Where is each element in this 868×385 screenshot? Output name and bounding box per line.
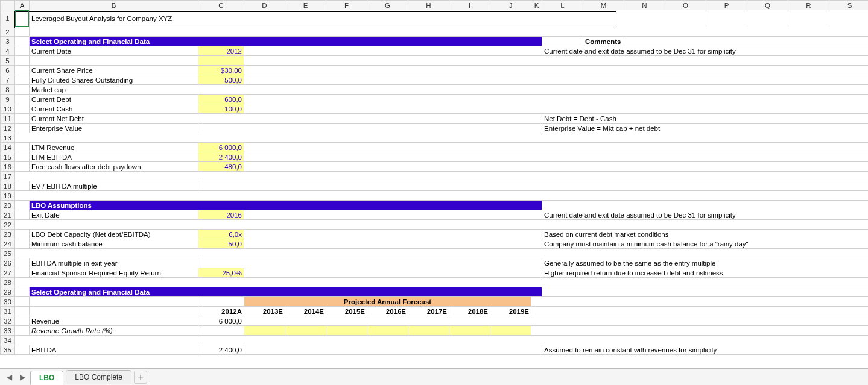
row-header-19[interactable]: 19 <box>1 191 15 201</box>
forecast-header[interactable]: Projected Annual Forecast <box>244 297 531 307</box>
col-header-I[interactable]: I <box>449 1 490 10</box>
col-header-J[interactable]: J <box>490 1 531 10</box>
comment-r26[interactable]: Generally assumed to be the same as the … <box>542 258 869 268</box>
col-header-H[interactable]: H <box>408 1 449 10</box>
row-header-23[interactable]: 23 <box>1 230 15 239</box>
row-header-12[interactable]: 12 <box>1 124 15 133</box>
col-header-M[interactable]: M <box>583 1 624 10</box>
col-header-N[interactable]: N <box>624 1 665 10</box>
value-ltm-ebitda[interactable]: 2 400,0 <box>198 152 244 162</box>
value-current-cash[interactable]: 100,0 <box>198 104 244 114</box>
row-header-34[interactable]: 34 <box>1 336 15 345</box>
row-header-31[interactable]: 31 <box>1 307 15 316</box>
row-header-5[interactable]: 5 <box>1 56 15 66</box>
row-header-25[interactable]: 25 <box>1 249 15 258</box>
label-sponsor-return[interactable]: Financial Sponsor Required Equity Return <box>30 268 198 278</box>
row-header-28[interactable]: 28 <box>1 278 15 287</box>
comment-r23[interactable]: Based on current debt market conditions <box>542 230 869 239</box>
select-all-corner[interactable] <box>1 1 15 10</box>
row-header-9[interactable]: 9 <box>1 95 15 104</box>
col-header-G[interactable]: G <box>367 1 408 10</box>
col-header-B[interactable]: B <box>30 1 198 10</box>
row-header-22[interactable]: 22 <box>1 220 15 230</box>
add-sheet-button[interactable]: + <box>134 371 147 384</box>
label-rev-growth[interactable]: Revenue Growth Rate (%) <box>30 326 198 336</box>
label-net-debt[interactable]: Current Net Debt <box>30 114 198 124</box>
title-cell[interactable]: Leveraged Buyout Analysis for Company XY… <box>30 10 706 27</box>
comment-r11[interactable]: Net Debt = Debt - Cash <box>542 114 869 124</box>
comment-r21[interactable]: Current date and exit date assumed to be… <box>542 210 869 220</box>
label-current-debt[interactable]: Current Debt <box>30 95 198 104</box>
section-header-1[interactable]: Select Operating and Financial Data <box>30 37 542 46</box>
row-header-26[interactable]: 26 <box>1 258 15 268</box>
sheet-tab-lbo-complete[interactable]: LBO Complete <box>66 370 131 384</box>
row-header-27[interactable]: 27 <box>1 268 15 278</box>
value-ebitda-2012[interactable]: 2 400,0 <box>198 345 244 355</box>
tab-nav-prev[interactable]: ◀ <box>4 372 14 383</box>
col-header-E[interactable]: E <box>285 1 326 10</box>
col-header-L[interactable]: L <box>542 1 583 10</box>
comment-r35[interactable]: Assumed to remain constant with revenues… <box>542 345 869 355</box>
col-header-A[interactable]: A <box>15 1 30 10</box>
row-header-18[interactable]: 18 <box>1 181 15 191</box>
row-header-3[interactable]: 3 <box>1 37 15 46</box>
section-header-2[interactable]: LBO Assumptions <box>30 201 542 210</box>
year-2013E[interactable]: 2013E <box>244 307 285 316</box>
label-ev[interactable]: Enterprise Value <box>30 124 198 133</box>
label-fcf[interactable]: Free cash flows after debt paydown <box>30 162 198 172</box>
label-revenue[interactable]: Revenue <box>30 316 198 326</box>
label-ltm-revenue[interactable]: LTM Revenue <box>30 143 198 152</box>
value-debt-cap[interactable]: 6,0x <box>198 230 244 239</box>
col-header-K[interactable]: K <box>531 1 542 10</box>
label-debt-cap[interactable]: LBO Debt Capacity (Net debt/EBITDA) <box>30 230 198 239</box>
row-header-6[interactable]: 6 <box>1 66 15 75</box>
value-exit-date[interactable]: 2016 <box>198 210 244 220</box>
value-share-price[interactable]: $30,00 <box>198 66 244 75</box>
label-exit-date[interactable]: Exit Date <box>30 210 198 220</box>
row-header-32[interactable]: 32 <box>1 316 15 326</box>
label-market-cap[interactable]: Market cap <box>30 85 198 95</box>
spreadsheet-grid[interactable]: A B C D E F G H I J K L M N O P Q R S T … <box>0 0 868 368</box>
row-header-4[interactable]: 4 <box>1 46 15 56</box>
value-shares[interactable]: 500,0 <box>198 75 244 85</box>
value-fcf[interactable]: 480,0 <box>198 162 244 172</box>
row-header-7[interactable]: 7 <box>1 75 15 85</box>
col-header-S[interactable]: S <box>829 1 869 10</box>
sheet-tab-lbo[interactable]: LBO <box>30 371 63 385</box>
row-header-1[interactable]: 1 <box>1 10 15 27</box>
row-header-33[interactable]: 33 <box>1 326 15 336</box>
comment-r4[interactable]: Current date and exit date assumed to be… <box>542 46 869 56</box>
row-header-15[interactable]: 15 <box>1 152 15 162</box>
label-exit-mult[interactable]: EBITDA multiple in exit year <box>30 258 198 268</box>
year-2018E[interactable]: 2018E <box>449 307 490 316</box>
value-sponsor-return[interactable]: 25,0% <box>198 268 244 278</box>
col-header-D[interactable]: D <box>244 1 285 10</box>
row-header-16[interactable]: 16 <box>1 162 15 172</box>
row-header-35[interactable]: 35 <box>1 345 15 355</box>
row-header-14[interactable]: 14 <box>1 143 15 152</box>
col-header-P[interactable]: P <box>706 1 747 10</box>
value-current-debt[interactable]: 600,0 <box>198 95 244 104</box>
row-header-13[interactable]: 13 <box>1 133 15 143</box>
label-ebitda[interactable]: EBITDA <box>30 345 198 355</box>
col-header-Q[interactable]: Q <box>747 1 788 10</box>
tab-nav-next[interactable]: ▶ <box>17 372 28 383</box>
row-header-20[interactable]: 20 <box>1 201 15 210</box>
comment-r24[interactable]: Company must maintain a minimum cash bal… <box>542 239 869 249</box>
col-header-R[interactable]: R <box>788 1 829 10</box>
comment-r27[interactable]: Higher required return due to increased … <box>542 268 869 278</box>
year-2019E[interactable]: 2019E <box>490 307 531 316</box>
row-header-11[interactable]: 11 <box>1 114 15 124</box>
section-header-3[interactable]: Select Operating and Financial Data <box>30 287 542 297</box>
year-2014E[interactable]: 2014E <box>285 307 326 316</box>
label-share-price[interactable]: Current Share Price <box>30 66 198 75</box>
row-header-2[interactable]: 2 <box>1 27 15 37</box>
value-min-cash[interactable]: 50,0 <box>198 239 244 249</box>
row-header-29[interactable]: 29 <box>1 287 15 297</box>
cell-A1[interactable] <box>15 10 30 27</box>
year-2015E[interactable]: 2015E <box>326 307 367 316</box>
label-min-cash[interactable]: Minimum cash balance <box>30 239 198 249</box>
value-revenue-2012[interactable]: 6 000,0 <box>198 316 244 326</box>
row-header-24[interactable]: 24 <box>1 239 15 249</box>
value-ltm-revenue[interactable]: 6 000,0 <box>198 143 244 152</box>
